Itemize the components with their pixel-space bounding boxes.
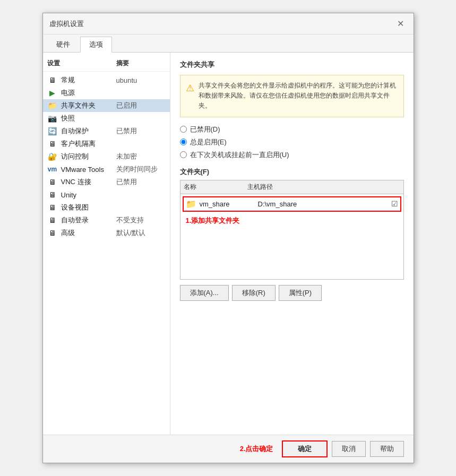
radio-always-input[interactable] <box>180 139 187 145</box>
menu-label-auto-login: 自动登录 <box>61 215 114 225</box>
bottom-bar: 2.点击确定 确定 取消 帮助 <box>43 435 414 463</box>
close-button[interactable]: ✕ <box>394 18 407 30</box>
add-button[interactable]: 添加(A)... <box>180 285 229 301</box>
radio-until-off-input[interactable] <box>180 151 187 158</box>
menu-label-autoprotect: 自动保护 <box>61 126 114 136</box>
menu-value-general: ubuntu <box>116 76 137 84</box>
menu-label-access-control: 访问控制 <box>61 152 114 161</box>
help-button[interactable]: 帮助 <box>370 441 404 457</box>
dialog-window: 虚拟机设置 ✕ 硬件 选项 设置 摘要 🖥 常规 ubuntu ▶ 电源 <box>42 13 414 463</box>
radio-disabled-label: 已禁用(D) <box>190 125 220 134</box>
folder-section-title: 文件夹(F) <box>180 167 404 177</box>
menu-item-device-view[interactable]: 🖥 设备视图 <box>43 201 170 214</box>
remove-button[interactable]: 移除(R) <box>232 285 276 301</box>
guest-isolation-icon: 🖥 <box>47 139 58 149</box>
col-path-header: 主机路径 <box>247 183 400 192</box>
right-panel: 文件夹共享 ⚠ 共享文件夹会将您的文件显示给虚拟机中的程序。这可能为您的计算机和… <box>170 53 414 435</box>
table-row[interactable]: 📁 vm_share D:\vm_share ☑ <box>183 196 401 212</box>
menu-label-advanced: 高级 <box>61 228 114 238</box>
tab-hardware[interactable]: 硬件 <box>47 37 79 52</box>
snapshots-icon: 📷 <box>47 114 58 123</box>
menu-label-shared-folders: 共享文件夹 <box>61 101 114 110</box>
menu-label-guest-isolation: 客户机隔离 <box>61 139 114 149</box>
warning-icon: ⚠ <box>186 81 194 111</box>
power-icon: ▶ <box>47 88 58 98</box>
menu-label-unity: Unity <box>61 191 114 199</box>
folder-row-check: ☑ <box>391 200 398 208</box>
access-control-icon: 🔐 <box>47 152 58 161</box>
advanced-icon: 🖥 <box>47 228 58 238</box>
menu-item-auto-login[interactable]: 🖥 自动登录 不受支持 <box>43 214 170 227</box>
folder-table-body: 📁 vm_share D:\vm_share ☑ 1.添加共享文件夹 <box>180 194 403 279</box>
menu-item-guest-isolation[interactable]: 🖥 客户机隔离 <box>43 137 170 150</box>
step2-hint: 2.点击确定 <box>240 444 273 454</box>
menu-value-vnc: 已禁用 <box>116 177 137 187</box>
menu-item-unity[interactable]: 🖥 Unity <box>43 188 170 201</box>
menu-label-device-view: 设备视图 <box>61 203 114 212</box>
tab-options[interactable]: 选项 <box>80 37 112 53</box>
shared-folders-icon: 📁 <box>47 101 58 110</box>
menu-value-autoprotect: 已禁用 <box>116 126 137 136</box>
col-name-header: 名称 <box>184 183 247 192</box>
col-summary-label: 摘要 <box>116 59 129 68</box>
table-buttons: 添加(A)... 移除(R) 属性(P) <box>180 285 404 301</box>
unity-icon: 🖥 <box>47 190 58 200</box>
dialog-body: 设置 摘要 🖥 常规 ubuntu ▶ 电源 📁 共享文件夹 已启用 📷 <box>43 53 414 435</box>
device-view-icon: 🖥 <box>47 203 58 212</box>
warning-text: 共享文件夹会将您的文件显示给虚拟机中的程序。这可能为您的计算机和数据带来风险。请… <box>199 81 398 111</box>
menu-item-shared-folders[interactable]: 📁 共享文件夹 已启用 <box>43 99 170 112</box>
folder-row-path: D:\vm_share <box>258 200 388 208</box>
radio-disabled[interactable]: 已禁用(D) <box>180 125 404 134</box>
radio-always[interactable]: 总是启用(E) <box>180 137 404 147</box>
radio-until-off-label: 在下次关机或挂起前一直启用(U) <box>190 150 289 160</box>
menu-value-access-control: 未加密 <box>116 152 137 161</box>
warning-box: ⚠ 共享文件夹会将您的文件显示给虚拟机中的程序。这可能为您的计算机和数据带来风险… <box>180 75 404 117</box>
menu-item-general[interactable]: 🖥 常规 ubuntu <box>43 74 170 86</box>
auto-login-icon: 🖥 <box>47 215 58 225</box>
col-setting-label: 设置 <box>47 59 116 68</box>
radio-always-label: 总是启用(E) <box>190 137 227 147</box>
menu-item-advanced[interactable]: 🖥 高级 默认/默认 <box>43 227 170 239</box>
menu-value-advanced: 默认/默认 <box>116 228 146 238</box>
folder-table-header: 名称 主机路径 <box>180 180 403 194</box>
menu-item-autoprotect[interactable]: 🔄 自动保护 已禁用 <box>43 125 170 137</box>
menu-label-snapshots: 快照 <box>61 114 114 123</box>
folder-row-icon: 📁 <box>186 199 196 209</box>
menu-value-auto-login: 不受支持 <box>116 215 144 225</box>
menu-value-shared-folders: 已启用 <box>116 101 137 110</box>
radio-until-off[interactable]: 在下次关机或挂起前一直启用(U) <box>180 150 404 160</box>
properties-button[interactable]: 属性(P) <box>279 285 322 301</box>
menu-value-vmware-tools: 关闭时间同步 <box>116 165 158 174</box>
left-panel-header: 设置 摘要 <box>43 57 170 72</box>
radio-disabled-input[interactable] <box>180 126 187 133</box>
folder-row-name: vm_share <box>200 200 258 208</box>
menu-item-vnc[interactable]: 🖥 VNC 连接 已禁用 <box>43 176 170 188</box>
menu-label-power: 电源 <box>61 88 114 98</box>
menu-item-power[interactable]: ▶ 电源 <box>43 86 170 99</box>
tab-bar: 硬件 选项 <box>43 34 414 53</box>
section-title: 文件夹共享 <box>180 60 404 70</box>
vmware-tools-icon: vm <box>47 165 58 174</box>
autoprotect-icon: 🔄 <box>47 126 58 136</box>
add-hint: 1.添加共享文件夹 <box>183 212 401 226</box>
menu-label-general: 常规 <box>61 75 114 85</box>
menu-item-snapshots[interactable]: 📷 快照 <box>43 112 170 125</box>
general-icon: 🖥 <box>47 75 58 85</box>
vnc-icon: 🖥 <box>47 177 58 187</box>
cancel-button[interactable]: 取消 <box>332 441 366 457</box>
menu-item-vmware-tools[interactable]: vm VMware Tools 关闭时间同步 <box>43 163 170 176</box>
menu-label-vmware-tools: VMware Tools <box>61 166 114 174</box>
title-bar: 虚拟机设置 ✕ <box>43 13 414 34</box>
radio-group: 已禁用(D) 总是启用(E) 在下次关机或挂起前一直启用(U) <box>180 125 404 160</box>
confirm-button[interactable]: 确定 <box>282 440 328 457</box>
menu-label-vnc: VNC 连接 <box>61 177 114 187</box>
menu-item-access-control[interactable]: 🔐 访问控制 未加密 <box>43 150 170 163</box>
folder-table: 名称 主机路径 📁 vm_share D:\vm_share ☑ 1.添加共享文… <box>180 180 404 280</box>
left-panel: 设置 摘要 🖥 常规 ubuntu ▶ 电源 📁 共享文件夹 已启用 📷 <box>43 53 170 435</box>
window-title: 虚拟机设置 <box>49 19 84 29</box>
